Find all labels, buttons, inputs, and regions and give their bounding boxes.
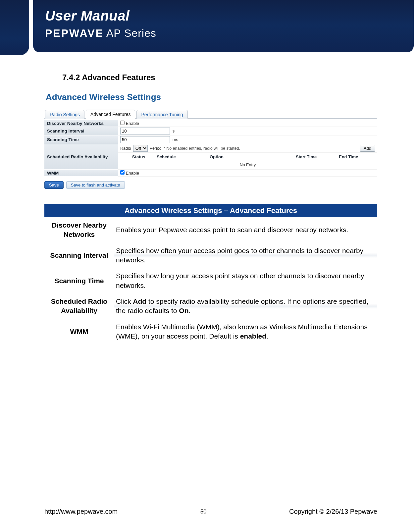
footer-page-number: 50	[200, 508, 207, 515]
label-scheduled-radio: Scheduled Radio Availability	[44, 144, 118, 170]
footer-url: http://www.pepwave.com	[44, 508, 118, 515]
manual-title: User Manual	[45, 8, 130, 24]
checkbox-wmm[interactable]	[120, 170, 125, 175]
sched-headers: Status Schedule Option Start Time End Ti…	[120, 153, 375, 160]
tab-bar: Radio Settings Advanced Features Perform…	[44, 109, 377, 119]
label-scanning-time: Scanning Time	[44, 135, 118, 144]
description-header: Advanced Wireless Settings – Advanced Fe…	[44, 204, 377, 217]
scheduled-controls: Radio Off Period * No enabled entries, r…	[120, 145, 375, 152]
label-wmm: WMM	[44, 170, 118, 177]
tab-radio-settings[interactable]: Radio Settings	[45, 110, 84, 119]
sched-header-option: Option	[210, 154, 296, 159]
sched-note: * No enabled entries, radio will be star…	[164, 146, 240, 151]
sched-header-end: End Time	[339, 154, 375, 159]
banner-body: User Manual PEPWAVE AP Series	[33, 0, 414, 52]
settings-form: Discover Nearby Networks Enable Scanning…	[44, 120, 377, 177]
desc-row-scan-time: Scanning Time Specifies how long your ac…	[44, 268, 377, 293]
desc-row-sched: Scheduled Radio Availability Click Add t…	[44, 293, 377, 319]
ui-panel-title: Advanced Wireless Settings	[44, 90, 377, 104]
input-scanning-time[interactable]	[120, 136, 170, 143]
desc-term-scan-interval: Scanning Interval	[44, 243, 114, 268]
tab-advanced-features[interactable]: Advanced Features	[86, 110, 135, 119]
description-section: Advanced Wireless Settings – Advanced Fe…	[44, 204, 377, 344]
sched-period-word: Period	[150, 146, 162, 151]
add-schedule-button[interactable]: Add	[360, 145, 375, 152]
desc-term-scan-time: Scanning Time	[44, 268, 114, 293]
footer-copyright: Copyright © 2/26/13 Pepwave	[289, 508, 377, 515]
banner-side-strip	[0, 0, 29, 55]
save-flash-button[interactable]: Save to flash and activate	[66, 181, 125, 189]
desc-term-discover: Discover Nearby Networks	[44, 217, 114, 243]
desc-def-scan-time: Specifies how long your access point sta…	[114, 268, 377, 293]
label-scanning-interval: Scanning Interval	[44, 127, 118, 135]
desc-def-sched: Click Add to specify radio availability …	[114, 293, 377, 319]
desc-row-wmm: WMM Enables Wi-Fi Multimedia (WMM), also…	[44, 319, 377, 345]
label-discover-nearby: Discover Nearby Networks	[44, 120, 118, 127]
section-heading: 7.4.2 Advanced Features	[62, 73, 377, 82]
tab-performance-tuning[interactable]: Performance Tuning	[136, 110, 187, 119]
brand-line: PEPWAVE AP Series	[45, 27, 156, 39]
input-scanning-interval[interactable]	[120, 128, 170, 134]
desc-term-wmm: WMM	[44, 319, 114, 345]
brand-light: AP Series	[104, 27, 156, 39]
description-table: Discover Nearby Networks Enables your Pe…	[44, 217, 377, 344]
unit-scanning-interval: s	[173, 129, 175, 133]
button-row: Save Save to flash and activate	[44, 181, 377, 189]
desc-def-scan-interval: Specifies how often your access point go…	[114, 243, 377, 268]
unit-scanning-time: ms	[173, 137, 178, 142]
save-button[interactable]: Save	[44, 181, 64, 189]
desc-def-discover: Enables your Pepwave access point to sca…	[114, 217, 377, 243]
page-header: User Manual PEPWAVE AP Series	[0, 0, 417, 55]
select-radio-onoff[interactable]: Off	[133, 145, 148, 152]
ui-title-underline	[44, 106, 377, 106]
sched-radio-word: Radio	[120, 146, 131, 151]
checkbox-wmm-label: Enable	[126, 171, 139, 176]
desc-def-wmm: Enables Wi-Fi Multimedia (WMM), also kno…	[114, 319, 377, 345]
brand-bold: PEPWAVE	[45, 27, 104, 39]
ui-screenshot: Advanced Wireless Settings Radio Setting…	[44, 90, 377, 189]
sched-header-status: Status	[120, 154, 157, 159]
desc-row-scan-interval: Scanning Interval Specifies how often yo…	[44, 243, 377, 268]
checkbox-discover-nearby[interactable]	[120, 121, 125, 125]
page-footer: http://www.pepwave.com 50 Copyright © 2/…	[44, 508, 377, 515]
checkbox-discover-label: Enable	[126, 121, 139, 126]
desc-row-discover: Discover Nearby Networks Enables your Pe…	[44, 217, 377, 243]
sched-header-schedule: Schedule	[157, 154, 210, 159]
page-content: 7.4.2 Advanced Features Advanced Wireles…	[44, 73, 377, 344]
sched-header-start: Start Time	[296, 154, 339, 159]
desc-term-sched: Scheduled Radio Availability	[44, 293, 114, 319]
sched-no-entry: No Entry	[120, 162, 375, 169]
